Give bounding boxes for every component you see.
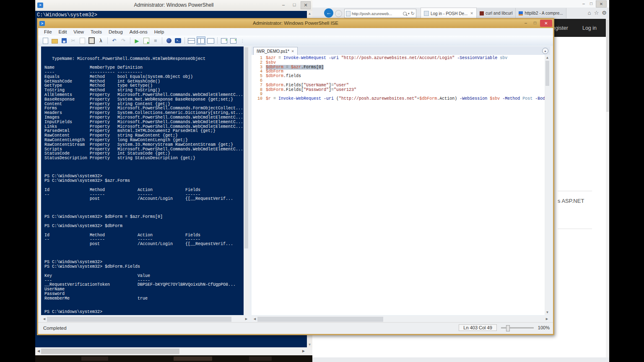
toolbar-overflow-button[interactable]: ⋮ [239, 37, 247, 44]
scroll-left-icon[interactable]: ◄ [36, 349, 41, 353]
home-icon[interactable]: ⌂ [588, 10, 591, 16]
forward-button[interactable]: → [335, 10, 342, 17]
tab-label[interactable]: Log in - POSH De... [431, 11, 467, 16]
save-button[interactable] [60, 37, 68, 44]
browser-close-button[interactable]: ✕ [596, 0, 607, 8]
tab-close-icon[interactable]: ✕ [470, 11, 473, 16]
powershell-console-icon: >_ [175, 38, 181, 43]
address-dropdown-icon[interactable]: ▾ [408, 12, 410, 16]
ise-console-output[interactable]: TypeName: Microsoft.PowerShell.Commands.… [41, 47, 244, 315]
tab-label[interactable]: curl and libcurl [486, 11, 512, 16]
back-button[interactable]: ← [324, 8, 333, 18]
scroll-up-icon[interactable]: ▲ [307, 12, 312, 16]
ise-maximize-button[interactable]: □ [531, 20, 539, 26]
code-line-3[interactable]: 3$dbForm = $azr.Forms[0] [252, 65, 545, 70]
scroll-down-icon[interactable]: ▼ [307, 343, 312, 346]
scroll-right-icon[interactable]: ► [301, 349, 306, 353]
ise-titlebar[interactable]: > Administrator: Windows PowerShell ISE … [38, 19, 553, 28]
layout-script-top-button[interactable] [187, 37, 195, 44]
scroll-up-icon[interactable]: ▲ [545, 56, 550, 59]
new-remote-powershell-tab-button[interactable] [165, 37, 173, 44]
editor-tab-label[interactable]: IWR_DEMO.ps1* [257, 49, 289, 54]
editor-vscrollbar[interactable]: ▲ ▼ [545, 55, 550, 315]
menu-file[interactable]: File [41, 29, 55, 34]
run-selection-button[interactable] [142, 37, 150, 44]
editor-tab-close-icon[interactable]: ✕ [291, 49, 294, 53]
show-script-pane-right-button[interactable] [229, 37, 237, 44]
cut-button: ✂ [69, 37, 77, 44]
browser-titlebar[interactable]: – □ ✕ [312, 0, 609, 8]
scrollbar-thumb[interactable] [41, 349, 179, 354]
layout-script-right-button[interactable] [197, 36, 205, 45]
console-titlebar[interactable]: > Administrator: Windows PowerShell – □ … [35, 0, 312, 11]
paste-button[interactable] [88, 37, 96, 44]
code-line-10[interactable]: 10$r = Invoke-WebRequest -uri ("http://p… [252, 97, 545, 101]
code-line-5[interactable]: 5$dbForm.fields [252, 74, 545, 79]
browser-bottom-frame [312, 357, 609, 362]
tab-login-posh[interactable]: Log in - POSH De... ✕ [421, 8, 477, 19]
tab-label[interactable]: httplib2 - A compre... [525, 11, 563, 16]
menu-edit[interactable]: Edit [55, 29, 70, 34]
code-line-8[interactable]: 8$dbForm.Fields["Password"]="user123" [252, 88, 545, 93]
search-icon[interactable] [403, 12, 407, 16]
browser-tabstrip: Log in - POSH De... ✕ curl and libcurl h… [421, 8, 566, 19]
console-pane-hscrollbar[interactable]: ◄ ► [41, 316, 249, 323]
browser-navigation-bar: ← → http://posh.azureweb... ▾ ↻ Log in -… [312, 8, 609, 19]
layout-script-max-button[interactable] [207, 37, 215, 44]
show-script-pane-button[interactable] [220, 37, 228, 44]
scroll-right-icon[interactable]: ► [545, 317, 549, 321]
scroll-down-icon[interactable]: ▼ [545, 310, 550, 314]
zoom-slider[interactable] [501, 327, 534, 328]
scroll-right-icon[interactable]: ► [244, 317, 248, 321]
start-powershell-console-button[interactable]: >_ [174, 37, 182, 44]
code-line-1[interactable]: 1$azr = Invoke-WebRequest -uri "http://p… [252, 56, 545, 61]
console-minimize-button[interactable]: – [279, 1, 288, 8]
nav-link-login[interactable]: Log in [582, 25, 597, 31]
new-script-button[interactable] [42, 37, 49, 44]
ise-close-button[interactable]: ✕ [540, 20, 552, 27]
address-bar[interactable]: http://posh.azureweb... ▾ ↻ [344, 9, 416, 18]
browser-minimize-button[interactable]: – [581, 0, 587, 7]
run-selection-icon [143, 38, 149, 44]
scrollbar-thumb[interactable] [47, 317, 231, 322]
editor-code[interactable]: 1$azr = Invoke-WebRequest -uri "http://p… [252, 55, 545, 315]
zoom-slider-thumb[interactable] [506, 325, 510, 331]
collapse-pane-icon[interactable]: ▲ [542, 48, 548, 54]
ise-console-pane[interactable]: TypeName: Microsoft.PowerShell.Commands.… [41, 47, 244, 315]
console-horizontal-scrollbar[interactable]: ◄ ► [35, 347, 312, 355]
editor-hscrollbar[interactable]: ◄ ► [252, 316, 550, 323]
scroll-left-icon[interactable]: ◄ [42, 317, 46, 321]
tab-httplib2[interactable]: httplib2 - A compre... [516, 8, 566, 18]
ise-minimize-button[interactable]: – [522, 20, 530, 26]
undo-button[interactable]: ↶ [110, 37, 118, 44]
scrollbar-thumb[interactable] [606, 20, 609, 112]
scrollbar-thumb[interactable] [257, 317, 383, 322]
tab-curl[interactable]: curl and libcurl [477, 8, 516, 18]
browser-maximize-button[interactable]: □ [588, 0, 594, 7]
curl-favicon [480, 11, 484, 16]
console-pane-vscrollbar[interactable] [244, 47, 249, 315]
console-maximize-button[interactable]: □ [290, 1, 299, 8]
console-close-button[interactable]: ✕ [301, 1, 311, 9]
favorites-star-icon[interactable]: ☆ [594, 10, 599, 16]
run-script-button[interactable]: ▶ [133, 37, 141, 44]
settings-gear-icon[interactable]: ⚙ [602, 10, 607, 16]
menu-tools[interactable]: Tools [87, 29, 105, 34]
stop-button: ■ [151, 37, 159, 44]
menu-help[interactable]: Help [151, 29, 168, 34]
menu-view[interactable]: View [70, 29, 87, 34]
editor-tab[interactable]: IWR_DEMO.ps1* ✕ [253, 47, 298, 55]
scrollbar-thumb[interactable] [545, 61, 549, 86]
page-scrollbar[interactable] [606, 19, 609, 357]
menu-addons[interactable]: Add-ons [126, 29, 151, 34]
line-number: 6 [252, 79, 266, 83]
address-text[interactable]: http://posh.azureweb... [352, 11, 402, 16]
scrollbar-thumb[interactable] [244, 47, 248, 248]
menu-debug[interactable]: Debug [105, 29, 126, 34]
zoom-percentage: 100% [538, 325, 550, 330]
refresh-icon[interactable]: ↻ [411, 11, 415, 16]
scroll-left-icon[interactable]: ◄ [253, 317, 257, 321]
console-prompt-line[interactable]: C:\Windows\system32> [37, 12, 97, 18]
script-lambda-button[interactable]: λ [97, 37, 105, 44]
open-script-button[interactable] [51, 37, 59, 44]
